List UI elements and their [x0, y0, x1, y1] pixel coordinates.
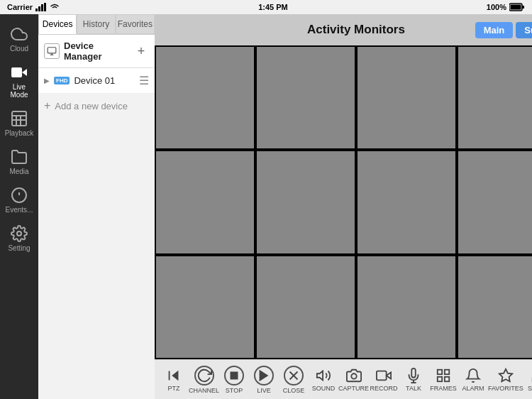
play-triangle-icon: [256, 368, 272, 383]
header-buttons: Main Sub: [475, 22, 532, 38]
camera-icon: [11, 64, 28, 81]
grid-cell-4[interactable]: [457, 45, 532, 150]
battery-icon: [509, 3, 525, 11]
main-view-button[interactable]: Main: [475, 22, 514, 38]
favorites-icon: [498, 368, 514, 383]
add-device-header-button[interactable]: +: [133, 43, 149, 59]
tab-history[interactable]: History: [77, 14, 115, 34]
talk-icon: [406, 368, 421, 383]
toolbar-label-live: LIVE: [257, 387, 271, 394]
toolbar-label-channel: CHANNEL: [189, 387, 219, 394]
toolbar-item-channel[interactable]: CHANNEL: [189, 366, 219, 394]
media-icon: [11, 148, 28, 165]
grid-cell-5[interactable]: [155, 150, 255, 254]
grid-cell-1[interactable]: [155, 45, 255, 150]
sidebar-item-media[interactable]: Media: [0, 143, 38, 181]
toolbar-item-frames[interactable]: FRAMES: [428, 368, 458, 392]
ptz-circle-icon: [194, 366, 214, 386]
svg-point-16: [17, 231, 21, 236]
device-list-item[interactable]: ▶ FHD Device 01 ☰: [38, 68, 155, 94]
svg-rect-17: [48, 48, 56, 53]
toolbar-item-talk[interactable]: TALK: [399, 368, 428, 392]
svg-rect-6: [522, 6, 524, 9]
sidebar-item-cloud[interactable]: Cloud: [0, 20, 38, 58]
grid-cell-11[interactable]: [356, 255, 457, 359]
cloud-icon: [11, 26, 28, 43]
add-new-device-item[interactable]: + Add a new device: [38, 94, 155, 118]
toolbar-label-talk: TALK: [406, 385, 421, 392]
toolbar-item-ptz[interactable]: PTZ: [159, 368, 189, 392]
sidebar-item-events[interactable]: Events...: [0, 181, 38, 219]
main-content: Activity Monitors Main Sub: [155, 14, 532, 399]
status-carrier: Carrier: [7, 3, 60, 11]
svg-rect-5: [510, 5, 521, 10]
device-resolution-badge: FHD: [54, 77, 70, 84]
toolbar-item-live[interactable]: LIVE: [249, 366, 279, 394]
setting-icon: [11, 225, 28, 242]
toolbar-item-alarm[interactable]: ALARM: [458, 368, 488, 392]
sidebar-item-livemode[interactable]: Live Mode: [0, 58, 38, 104]
toolbar-item-record[interactable]: RECORD: [369, 368, 399, 392]
grid-cell-8[interactable]: [457, 150, 532, 254]
svg-rect-8: [12, 111, 26, 126]
grid-cell-9[interactable]: [155, 255, 255, 359]
grid-cell-3[interactable]: [356, 45, 457, 150]
tab-devices[interactable]: Devices: [38, 14, 77, 34]
skip-back-icon: [166, 368, 182, 383]
events-icon: [11, 187, 28, 204]
toolbar-item-scale[interactable]: SCALE: [523, 368, 532, 392]
toolbar-item-sound[interactable]: SOUND: [309, 368, 338, 392]
svg-point-27: [351, 373, 356, 378]
grid-cell-12[interactable]: [457, 255, 532, 359]
sidebar-item-playback[interactable]: Playback: [0, 104, 38, 143]
alarm-icon: [465, 368, 481, 383]
sound-icon: [316, 368, 331, 383]
device-menu-icon[interactable]: ☰: [139, 74, 149, 87]
svg-rect-33: [445, 369, 449, 373]
grid-cell-7[interactable]: [356, 150, 457, 254]
sub-view-button[interactable]: Sub: [516, 22, 532, 38]
svg-rect-22: [231, 371, 238, 379]
status-time: 1:45 PM: [258, 3, 288, 11]
toolbar-label-frames: FRAMES: [430, 385, 457, 392]
add-plus-icon: +: [44, 99, 50, 112]
tab-favorites[interactable]: Favorites: [116, 14, 155, 34]
toolbar-item-favorites[interactable]: FAVORITES: [488, 368, 523, 392]
device-manager-title: Device Manager: [64, 40, 129, 62]
svg-rect-1: [38, 6, 40, 11]
svg-rect-7: [11, 67, 22, 77]
toolbar-label-record: RECORD: [370, 385, 398, 392]
svg-marker-28: [387, 372, 391, 378]
toolbar-item-capture[interactable]: CAPTURE: [338, 368, 369, 392]
device-name: Device 01: [74, 75, 135, 86]
toolbar-label-favorites: FAVORITES: [488, 385, 523, 392]
toolbar-label-ptz: PTZ: [168, 385, 180, 392]
grid-cell-10[interactable]: [255, 255, 356, 359]
svg-rect-2: [41, 4, 43, 11]
toolbar-item-close[interactable]: CLOSE: [279, 366, 309, 394]
toolbar-label-alarm: ALARM: [462, 385, 484, 392]
svg-rect-0: [35, 9, 38, 11]
grid-cell-2[interactable]: [255, 45, 356, 150]
status-battery: 100%: [487, 3, 525, 11]
record-icon: [376, 368, 392, 383]
svg-rect-35: [445, 376, 449, 381]
toolbar-item-stop[interactable]: STOP: [219, 366, 249, 394]
add-device-label: Add a new device: [55, 101, 128, 111]
svg-rect-3: [44, 3, 46, 11]
frames-icon: [436, 368, 451, 383]
close-circle-icon: [284, 366, 304, 386]
device-manager-header: Device Manager +: [38, 35, 155, 68]
toolbar-label-close: CLOSE: [283, 387, 305, 394]
stop-square-icon: [226, 368, 242, 383]
sidebar: Cloud Live Mode Playback: [0, 14, 38, 399]
sidebar-item-setting[interactable]: Setting: [0, 219, 38, 258]
toolbar-label-stop: STOP: [226, 387, 243, 394]
device-manager-icon: [44, 43, 60, 59]
page-title: Activity Monitors: [307, 23, 405, 37]
toolbar-label-capture: CAPTURE: [338, 385, 369, 392]
ptz-arrows-icon: [196, 368, 212, 383]
tab-bar: Devices History Favorites: [38, 14, 155, 35]
stop-circle-icon: [224, 366, 244, 386]
grid-cell-6[interactable]: [255, 150, 356, 254]
